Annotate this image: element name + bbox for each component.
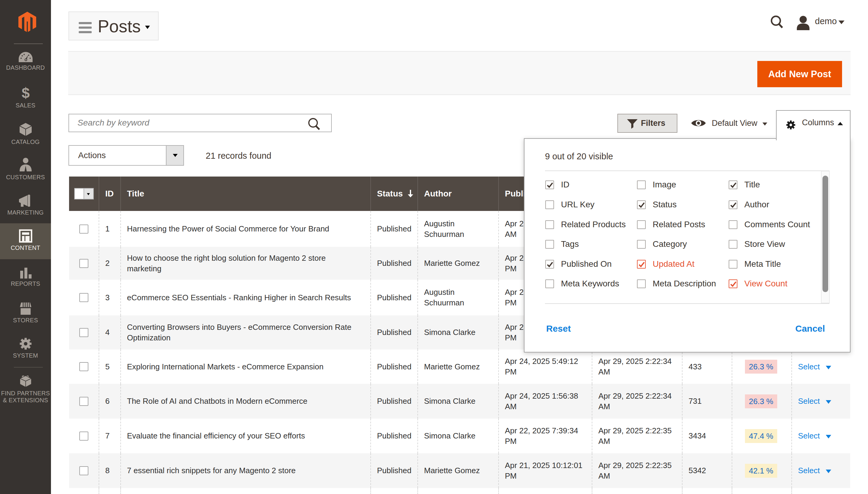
svg-text:$: $ (21, 85, 29, 100)
